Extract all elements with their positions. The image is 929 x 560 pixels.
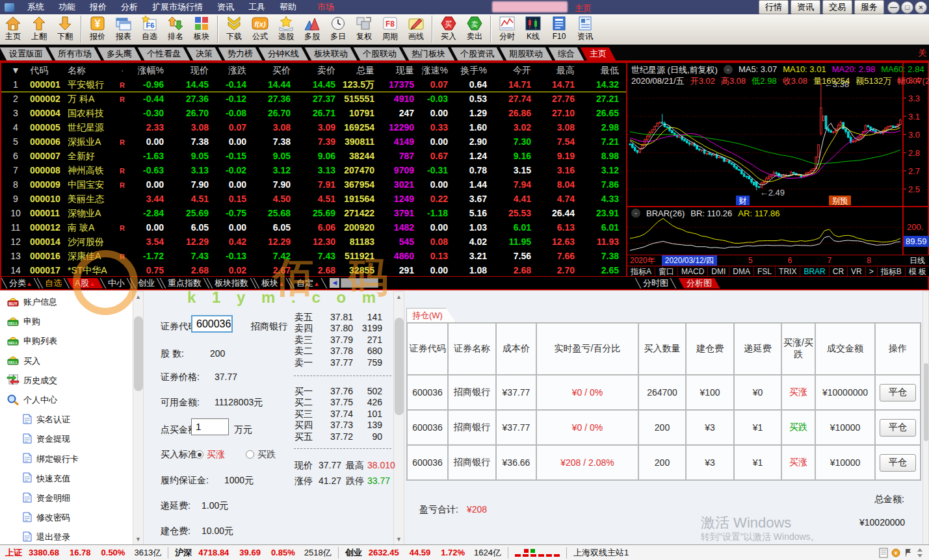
market-tab-重点指数[interactable]: 重点指数 — [159, 278, 209, 288]
toolbar-button-draw[interactable]: 画线 — [403, 14, 429, 44]
indicator-指标A[interactable]: 指标A — [627, 267, 655, 276]
menu-item-0[interactable]: 系统 — [20, 0, 51, 14]
menu-item-2[interactable]: 报价 — [83, 0, 114, 14]
toolbar-button-formula[interactable]: f(x)公式 — [247, 14, 273, 44]
menu-item-market[interactable]: 市场 — [310, 0, 341, 14]
sidebar-item-退出登录[interactable]: 退出登录 — [22, 530, 70, 544]
top-tab-10[interactable]: 个股资讯 — [451, 47, 503, 60]
indicator-FSL[interactable]: FSL — [754, 267, 776, 276]
toolbar-button-kline[interactable]: K线 — [520, 14, 546, 44]
indicator-MACD[interactable]: MACD — [678, 267, 708, 276]
sidebar-item-历史成交[interactable]: 历史成交 — [7, 374, 57, 388]
toolbar-button-download[interactable]: 下载 — [221, 14, 247, 44]
toolbar-button-f8[interactable]: F8周期 — [377, 14, 403, 44]
top-tab-2[interactable]: 多头鹰 — [98, 47, 142, 60]
menu-item-6[interactable]: 工具 — [241, 0, 272, 14]
toolbar-button-buy[interactable]: 买买入 — [436, 14, 462, 44]
sidebar-item-绑定银行卡[interactable]: 绑定银行卡 — [22, 452, 79, 466]
indicator-TRIX[interactable]: TRIX — [776, 267, 800, 276]
sidebar-item-资金提现[interactable]: 资金提现 — [22, 432, 70, 446]
indicator-VR[interactable]: VR — [848, 267, 866, 276]
indicator-DMI[interactable]: DMI — [708, 267, 729, 276]
buy-down-radio[interactable]: 买跌 — [246, 449, 276, 461]
scroll-up-icon[interactable]: ▲ — [133, 292, 143, 301]
menu-item-3[interactable]: 分析 — [114, 0, 145, 14]
market-tab-创业[interactable]: 创业 — [129, 278, 163, 288]
titlebar-button-资讯[interactable]: 资讯 — [791, 0, 820, 14]
chart-tab-分析图[interactable]: 分析图 — [679, 278, 720, 288]
quote-row-000017[interactable]: 14000017*ST中华A0.752.680.022.672.68328552… — [1, 263, 626, 277]
menu-item-5[interactable]: 资讯 — [210, 0, 241, 14]
market-tab-分类[interactable]: 分类▲ — [1, 278, 40, 288]
indicator-模 板[interactable]: 模 板 — [906, 267, 929, 276]
titlebar-button-服务[interactable]: 服务 — [854, 0, 884, 14]
window-maximize-button[interactable]: □ — [901, 1, 913, 14]
toolbar-button-sell[interactable]: 卖卖出 — [462, 14, 488, 44]
form-scrollbar[interactable]: ▲▼ — [393, 291, 404, 545]
menu-item-7[interactable]: 帮助 — [272, 0, 304, 14]
market-tab-自定[interactable]: 自定▲ — [289, 278, 327, 288]
top-tab-1[interactable]: 所有市场 — [49, 47, 101, 60]
market-tab-板块指数[interactable]: 板块指数 — [206, 278, 256, 288]
buy-up-radio[interactable]: 买涨 — [195, 449, 225, 461]
toolbar-button-blocks[interactable]: 板块 — [189, 14, 215, 44]
quote-row-000014[interactable]: 12000014沙河股份3.5412.290.4212.2912.3081183… — [1, 235, 626, 249]
sidebar-item-买入[interactable]: SELL买入 — [7, 354, 40, 368]
sort-arrow-icon[interactable]: ▼ — [1, 63, 30, 77]
toolbar-button-f10[interactable]: F10 — [546, 14, 572, 44]
top-tab-9[interactable]: 热门板块 — [402, 47, 454, 60]
toolbar-button-f6[interactable]: F6自选 — [137, 14, 163, 44]
holdings-scrollbar[interactable] — [922, 291, 929, 545]
top-tab-6[interactable]: 分钟K线 — [259, 47, 308, 60]
toolbar-button-quote[interactable]: ¥报价 — [85, 14, 111, 44]
tab-close-label[interactable]: 关 — [918, 47, 929, 60]
titlebar-button-交易[interactable]: 交易 — [822, 0, 852, 14]
chevron-down-icon[interactable]: ⌄ — [631, 209, 640, 218]
toolbar-button-clock[interactable]: 多日 — [325, 14, 351, 44]
sidebar-item-实名认证[interactable]: 实名认证 — [22, 413, 70, 427]
chart-tab-分时图[interactable]: 分时图 — [635, 278, 677, 288]
quote-row-000005[interactable]: 4000005世纪星源2.333.080.073.083.09169254122… — [1, 120, 626, 134]
window-close-button[interactable]: × — [915, 1, 927, 14]
toolbar-button-adjust[interactable]: 复权 — [351, 14, 377, 44]
sidebar-item-修改密码[interactable]: 修改密码 — [22, 511, 70, 525]
sidebar-item-申购[interactable]: SELL申购 — [7, 314, 40, 329]
holdings-tab[interactable]: 持仓(W) — [406, 308, 456, 322]
app-icon[interactable] — [5, 3, 14, 12]
indicator-窗口[interactable]: 窗口 — [655, 267, 678, 276]
market-tab-中小[interactable]: 中小 — [99, 278, 133, 288]
window-minimize-button[interactable]: — — [887, 1, 900, 14]
top-tab-4[interactable]: 决策 — [187, 47, 222, 60]
toolbar-button-down[interactable]: 下翻 — [52, 14, 78, 44]
quote-row-000010[interactable]: 9000010美丽生态3.444.510.154.504.51191564124… — [1, 192, 626, 206]
quote-row-000001[interactable]: 1000001平安银行R-0.9614.45-0.1414.4414.45123… — [1, 77, 626, 92]
top-tab-3[interactable]: 个性看盘 — [138, 47, 190, 60]
top-tab-0[interactable]: 设置版面 — [0, 47, 52, 60]
top-tab-5[interactable]: 势力榜 — [218, 47, 263, 60]
indicator-BRAR[interactable]: BRAR — [800, 267, 829, 276]
market-tab-板块[interactable]: 板块▲ — [253, 278, 291, 288]
amount-input[interactable]: 1 — [191, 418, 229, 435]
top-tab-8[interactable]: 个股联动 — [353, 47, 406, 60]
sidebar-item-快速充值[interactable]: 快速充值 — [22, 472, 70, 486]
sidebar-item-账户信息[interactable]: BUY账户信息 — [7, 295, 57, 309]
quote-row-000016[interactable]: 13000016深康佳AR-1.727.43-0.137.427.4351192… — [1, 249, 626, 263]
sidebar-item-资金明细[interactable]: 资金明细 — [22, 491, 70, 505]
sidebar-scrollbar[interactable]: ▲▼ — [133, 291, 144, 545]
titlebar-button-行情[interactable]: 行情 — [759, 0, 789, 14]
top-tab-12[interactable]: 综合 — [548, 47, 584, 60]
market-tab-自选[interactable]: 自选 — [37, 278, 70, 288]
quote-row-000004[interactable]: 3000004国农科技-0.3026.70-0.0826.7026.711079… — [1, 106, 626, 120]
tab-scroll-left-icon[interactable]: ◀ — [330, 278, 339, 288]
close-position-button[interactable]: 平仓 — [880, 454, 916, 472]
tab-scrollbar[interactable] — [341, 278, 378, 288]
toolbar-button-rank[interactable]: 排名 — [163, 14, 189, 44]
menu-item-4[interactable]: 扩展市场行情 — [145, 0, 210, 14]
scroll-down-icon[interactable]: ▼ — [133, 535, 143, 544]
menu-item-1[interactable]: 功能 — [51, 0, 83, 14]
quote-row-000012[interactable]: 11000012南 玻AR0.006.050.006.056.062009201… — [1, 220, 626, 235]
top-tab-7[interactable]: 板块联动 — [304, 47, 357, 60]
toolbar-button-pick[interactable]: 选股 — [273, 14, 299, 44]
sidebar-item-申购列表[interactable]: SELL申购列表 — [7, 334, 57, 348]
scroll-up-icon[interactable]: ▲ — [394, 292, 404, 301]
